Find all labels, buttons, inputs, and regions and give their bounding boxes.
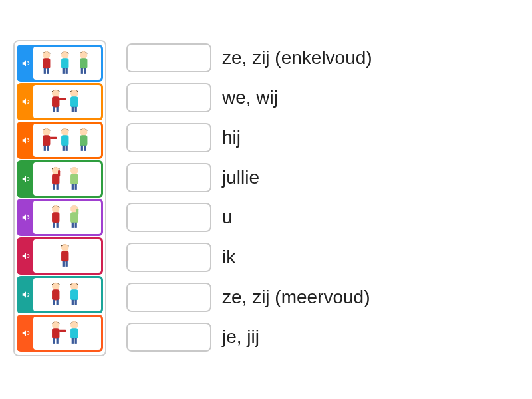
drop-zone-5[interactable]: [126, 243, 211, 272]
svg-rect-71: [70, 328, 78, 338]
drop-zone-4[interactable]: [126, 203, 211, 232]
draggable-card-0[interactable]: [17, 45, 103, 82]
answer-row-2: hij: [126, 122, 519, 153]
person-icon: [49, 164, 66, 194]
person-icon: [49, 86, 66, 117]
svg-rect-15: [57, 107, 59, 112]
draggable-card-2[interactable]: [17, 122, 103, 159]
card-image: [33, 162, 101, 196]
person-icon: [49, 318, 66, 348]
svg-rect-11: [84, 68, 86, 74]
draggable-card-7[interactable]: [17, 315, 103, 352]
person-icon: [77, 48, 94, 78]
draggable-card-6[interactable]: [17, 276, 103, 313]
drop-zone-2[interactable]: [126, 123, 211, 152]
svg-rect-2: [44, 68, 46, 74]
speaker-icon[interactable]: [21, 59, 31, 68]
svg-rect-1: [43, 58, 50, 68]
person-icon: [68, 86, 85, 117]
svg-rect-44: [52, 212, 59, 223]
person-icon: [49, 279, 66, 310]
svg-rect-9: [80, 58, 87, 68]
person-icon: [68, 164, 85, 194]
svg-rect-40: [70, 174, 78, 184]
answer-row-5: ik: [126, 242, 519, 273]
person-icon: [68, 318, 85, 348]
card-image: [33, 124, 101, 157]
svg-rect-62: [70, 289, 78, 300]
svg-rect-33: [84, 146, 86, 151]
draggable-card-1[interactable]: [17, 83, 103, 120]
svg-rect-27: [61, 135, 68, 146]
svg-rect-3: [47, 68, 49, 74]
answer-row-4: u: [126, 202, 519, 233]
svg-rect-20: [75, 107, 77, 112]
svg-rect-23: [44, 146, 46, 151]
answer-label: jullie: [222, 167, 259, 188]
speaker-icon[interactable]: [21, 290, 31, 299]
card-image: [33, 317, 101, 350]
svg-rect-67: [53, 338, 55, 344]
svg-rect-53: [61, 251, 68, 261]
svg-rect-58: [52, 289, 59, 300]
person-icon: [59, 48, 76, 78]
svg-rect-38: [58, 170, 60, 177]
svg-rect-7: [66, 68, 68, 74]
svg-rect-59: [53, 300, 55, 305]
speaker-icon[interactable]: [21, 213, 31, 222]
person-icon: [77, 125, 94, 156]
exercise-container: ze, zij (enkelvoud)we, wijhijjullieuikze…: [0, 0, 532, 396]
person-icon: [40, 48, 57, 78]
svg-rect-22: [43, 135, 50, 146]
svg-rect-14: [53, 107, 55, 112]
svg-rect-55: [66, 261, 68, 267]
svg-rect-16: [59, 98, 66, 100]
answer-row-0: ze, zij (enkelvoud): [126, 43, 519, 73]
answer-label: hij: [222, 127, 241, 148]
draggable-card-4[interactable]: [17, 199, 103, 236]
svg-rect-36: [53, 184, 55, 190]
svg-rect-25: [50, 137, 57, 139]
draggable-card-5[interactable]: [17, 237, 103, 275]
svg-rect-63: [72, 300, 74, 305]
svg-rect-68: [57, 338, 59, 344]
drop-zone-1[interactable]: [126, 83, 211, 112]
drop-zone-0[interactable]: [126, 43, 211, 72]
person-icon: [59, 241, 76, 271]
drop-zone-3[interactable]: [126, 163, 211, 192]
svg-rect-28: [63, 146, 65, 151]
svg-rect-37: [57, 184, 59, 190]
drop-zone-7[interactable]: [126, 323, 211, 352]
svg-rect-13: [52, 96, 59, 107]
draggable-cards-column: [13, 40, 106, 356]
card-image: [33, 201, 101, 234]
speaker-icon[interactable]: [21, 97, 31, 106]
speaker-icon[interactable]: [21, 251, 31, 261]
person-icon: [40, 125, 57, 156]
answer-label: u: [222, 207, 233, 228]
speaker-icon[interactable]: [21, 329, 31, 338]
card-image: [33, 85, 101, 118]
svg-rect-19: [72, 107, 74, 112]
card-image: [33, 47, 101, 80]
answer-label: we, wij: [222, 87, 278, 108]
answer-label: ik: [222, 247, 235, 268]
speaker-icon[interactable]: [21, 174, 31, 184]
speaker-icon[interactable]: [21, 136, 31, 145]
svg-rect-46: [57, 223, 59, 228]
drop-zone-6[interactable]: [126, 283, 211, 312]
person-icon: [68, 202, 85, 233]
answer-label: ze, zij (enkelvoud): [222, 47, 372, 68]
answer-row-6: ze, zij (meervoud): [126, 282, 519, 313]
svg-rect-51: [76, 209, 78, 215]
svg-rect-41: [72, 184, 74, 190]
svg-rect-60: [57, 300, 59, 305]
card-image: [33, 278, 101, 311]
answer-row-7: je, jij: [126, 322, 519, 352]
svg-rect-31: [80, 135, 87, 146]
svg-rect-64: [75, 300, 77, 305]
svg-rect-49: [72, 223, 74, 228]
svg-rect-5: [61, 58, 68, 68]
draggable-card-3[interactable]: [17, 160, 103, 198]
svg-rect-72: [72, 338, 74, 344]
